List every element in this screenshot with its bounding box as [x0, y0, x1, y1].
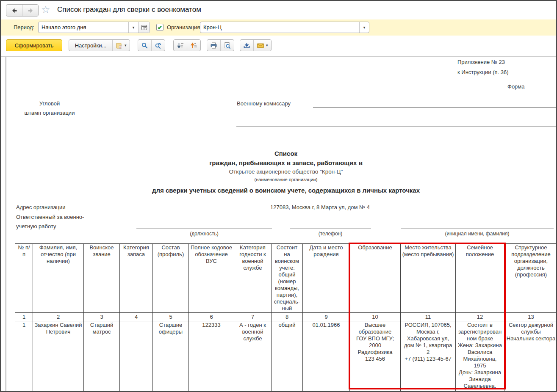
- table-number-cell: 10: [350, 313, 401, 321]
- address-underline: [85, 211, 555, 211]
- sort-ascending-button[interactable]: [187, 40, 200, 51]
- table-data-cell: Сектор дежурной службы Начальник сектора: [504, 321, 557, 392]
- save-button[interactable]: [240, 40, 253, 51]
- settings-button-group: Настройки... ▾: [69, 39, 130, 51]
- organization-checkbox[interactable]: ✔: [156, 24, 163, 31]
- table-header-row: № п/п Фамилия, имя, отчество (при наличи…: [15, 244, 557, 313]
- table-data-cell: Старшие офицеры: [153, 321, 189, 392]
- search-button-group: [138, 39, 165, 51]
- organization-input[interactable]: [200, 22, 359, 33]
- table-data-cell: 122333: [189, 321, 234, 392]
- table-data-cell: Старший матрос: [84, 321, 120, 392]
- position-caption: (должность): [136, 231, 272, 237]
- sort-descending-icon: [177, 42, 184, 49]
- search-icon: [141, 42, 148, 49]
- table-header-cell: Воинское звание: [84, 244, 120, 313]
- table-data-cell: Захаркин Савелий Петрович: [33, 321, 84, 392]
- citizens-table: № п/п Фамилия, имя, отчество (при наличи…: [15, 243, 557, 392]
- table-number-cell: 5: [153, 313, 189, 321]
- organization-field: ▾: [200, 22, 369, 33]
- sort-descending-button[interactable]: [174, 40, 187, 51]
- position-blank-line: [136, 229, 272, 229]
- print-icon: [210, 42, 217, 49]
- appendix-line2: к Инструкции (п. 36): [457, 69, 509, 75]
- period-dropdown-icon[interactable]: ▾: [128, 22, 138, 33]
- variants-dropdown-icon: ▾: [125, 43, 127, 47]
- table-data-cell: Состоит в зарегистрированном браке Жена:…: [456, 321, 504, 392]
- table-number-cell: 12: [456, 313, 504, 321]
- report-document-area: Приложение № 23 к Инструкции (п. 36) Фор…: [1, 57, 556, 391]
- table-number-cell: 1: [15, 313, 33, 321]
- page-title: Список граждан для сверки с военкоматом: [57, 6, 201, 14]
- name-caption: (инициал имени, фамилия): [401, 231, 554, 237]
- table-number-cell: 2: [33, 313, 84, 321]
- table-number-cell: 7: [234, 313, 272, 321]
- table-number-cell: 9: [303, 313, 350, 321]
- responsible-label-line1: Ответственный за военно-: [16, 214, 84, 220]
- table-number-cell: 8: [272, 313, 303, 321]
- search-button[interactable]: [138, 40, 151, 51]
- filter-bar: Период: ▾ ✔ Организация: ▾: [1, 19, 556, 36]
- print-preview-button[interactable]: [220, 40, 234, 51]
- report-variants-button[interactable]: ▾: [112, 40, 130, 51]
- table-header-cell: Дата и место рождения: [303, 244, 350, 313]
- corner-stamp-label: Угловой штамп организации: [22, 99, 77, 118]
- table-header-cell: Семейное положение: [456, 244, 504, 313]
- forward-button[interactable]: [22, 5, 38, 16]
- period-input[interactable]: [39, 22, 128, 33]
- appendix-line1: Приложение № 23: [457, 59, 505, 65]
- table-header-cell: Категория запаса: [120, 244, 153, 313]
- table-header-cell: Структурное подразделение организации, д…: [504, 244, 557, 313]
- name-blank-line: [401, 229, 554, 229]
- doc-title-line3: для сверки учетных сведений о воинском у…: [15, 187, 557, 194]
- organization-dropdown-icon[interactable]: ▾: [359, 22, 369, 33]
- doc-org-name: Открытое акционерное общество "Крон-Ц": [15, 168, 557, 175]
- commissar-blank-line: [313, 108, 557, 108]
- table-data-cell: [120, 321, 153, 392]
- table-number-cell: 11: [401, 313, 456, 321]
- table-header-cell: № п/п: [15, 244, 33, 313]
- commissar-blank-line2: [236, 127, 557, 127]
- phone-blank-line: [290, 229, 371, 229]
- table-data-cell: 01.01.1966: [303, 321, 350, 392]
- print-button[interactable]: [207, 40, 220, 51]
- org-name-caption: (наименование организации): [15, 177, 557, 182]
- print-button-group: [207, 39, 234, 51]
- table-data-cell: общий: [272, 321, 303, 392]
- form-label: Форма: [507, 83, 525, 90]
- table-number-row: 1 2 3 4 5 6 7 8 9 10 11 12 13: [15, 313, 557, 321]
- email-button[interactable]: ▾: [253, 40, 271, 51]
- phone-caption: (телефон): [290, 231, 371, 237]
- print-preview-icon: [224, 42, 231, 49]
- address-label: Адрес организации: [16, 204, 66, 210]
- back-button[interactable]: [6, 5, 22, 16]
- address-value: 127083, Москва г, 8 Марта ул, дом № 4: [85, 204, 555, 210]
- org-name-underline: [15, 175, 557, 175]
- doc-title-line2: граждан, пребывающих в запасе, работающи…: [15, 159, 557, 166]
- table-header-cell: Состоит на воинском учете: общий (номер …: [272, 244, 303, 313]
- table-header-cell: Категория годности к военной службе: [234, 244, 272, 313]
- table-header-cell: Состав (профиль): [153, 244, 189, 313]
- email-dropdown-icon: ▾: [266, 43, 268, 47]
- table-number-cell: 6: [189, 313, 234, 321]
- favorite-star-icon[interactable]: ☆: [41, 4, 50, 16]
- table-header-cell: Фамилия, имя, отчество (при наличии): [33, 244, 84, 313]
- report-toolbar: Сформировать Настройки... ▾: [1, 36, 556, 57]
- table-row: 1 Захаркин Савелий Петрович Старший матр…: [15, 321, 557, 392]
- table-data-cell: А - годен к военной службе: [234, 321, 272, 392]
- table-header-cell: Место жительства (место пребывания): [401, 244, 456, 313]
- forward-icon: [27, 7, 34, 14]
- save-icon: [243, 42, 250, 49]
- calendar-button[interactable]: [138, 22, 150, 33]
- sort-ascending-icon: [190, 42, 197, 49]
- generate-button[interactable]: Сформировать: [6, 39, 62, 51]
- nav-button-group: [6, 4, 39, 17]
- settings-button[interactable]: Настройки...: [69, 40, 112, 51]
- sort-button-group: [173, 39, 201, 51]
- period-label: Период:: [14, 24, 34, 30]
- calendar-icon: [141, 24, 147, 30]
- responsible-label-line2: учетную работу: [16, 223, 56, 229]
- title-bar: ☆ Список граждан для сверки с военкомато…: [1, 1, 556, 19]
- search-next-button[interactable]: [151, 40, 165, 51]
- table-number-cell: 13: [504, 313, 557, 321]
